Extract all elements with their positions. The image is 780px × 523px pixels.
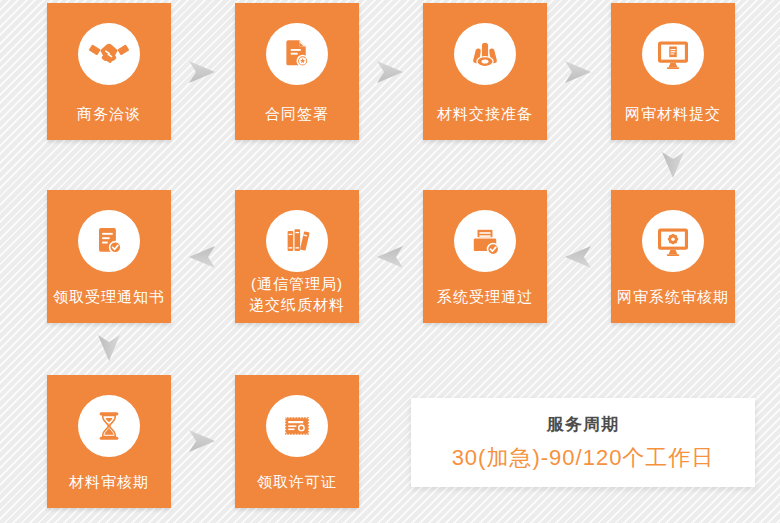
flow-step-label: 网审系统审核期	[611, 286, 735, 307]
flow-step-contract-signing: 合同签署	[235, 3, 359, 140]
service-period-box: 服务周期 30(加急)-90/120个工作日	[411, 398, 755, 487]
arrow-right-icon	[189, 430, 215, 452]
monitor-gear-icon	[653, 221, 693, 261]
flow-step-system-acceptance-passed: 系统受理通过	[423, 190, 547, 323]
certificate-icon	[277, 406, 317, 446]
flow-step-online-review-submission: 网审材料提交	[611, 3, 735, 140]
handshake-icon	[89, 34, 129, 74]
flow-step-material-handover-prep: 材料交接准备	[423, 3, 547, 140]
icon-circle	[642, 23, 704, 85]
flow-step-label: 商务洽谈	[47, 103, 171, 124]
icon-circle	[78, 23, 140, 85]
service-period-value: 30(加急)-90/120个工作日	[452, 444, 715, 471]
flow-step-receive-license: 领取许可证	[235, 375, 359, 508]
icon-circle	[266, 210, 328, 272]
contract-document-icon	[277, 34, 317, 74]
hourglass-icon	[89, 406, 129, 446]
icon-circle	[454, 23, 516, 85]
monitor-document-icon	[653, 34, 693, 74]
flow-step-online-review-period: 网审系统审核期	[611, 190, 735, 323]
process-flow-diagram: 商务洽谈 合同签署	[0, 0, 780, 523]
icon-circle	[454, 210, 516, 272]
flow-step-label: 领取受理通知书	[47, 286, 171, 307]
flow-step-material-review-period: 材料审核期	[47, 375, 171, 508]
flow-step-label: (通信管理局) 递交纸质材料	[235, 273, 359, 315]
flow-step-label: 材料审核期	[47, 471, 171, 492]
archive-check-icon	[465, 221, 505, 261]
arrow-left-icon	[565, 246, 591, 268]
flow-step-receive-acceptance-notice: 领取受理通知书	[47, 190, 171, 323]
icon-circle	[266, 395, 328, 457]
flow-step-submit-paper-materials: (通信管理局) 递交纸质材料	[235, 190, 359, 323]
document-check-icon	[89, 221, 129, 261]
icon-circle	[642, 210, 704, 272]
arrow-down-icon	[98, 335, 120, 361]
flow-step-label: 系统受理通过	[423, 286, 547, 307]
arrow-right-icon	[377, 61, 403, 83]
arrow-right-icon	[565, 61, 591, 83]
flow-step-label: 合同签署	[235, 103, 359, 124]
arrow-left-icon	[189, 246, 215, 268]
arrow-down-icon	[662, 152, 684, 178]
document-rolls-icon	[465, 34, 505, 74]
icon-circle	[266, 23, 328, 85]
arrow-right-icon	[189, 61, 215, 83]
service-period-title: 服务周期	[547, 414, 619, 436]
icon-circle	[78, 210, 140, 272]
icon-circle	[78, 395, 140, 457]
flow-step-business-negotiation: 商务洽谈	[47, 3, 171, 140]
flow-step-label: 网审材料提交	[611, 103, 735, 124]
flow-step-label: 材料交接准备	[423, 103, 547, 124]
flow-step-label: 领取许可证	[235, 471, 359, 492]
books-icon	[277, 221, 317, 261]
arrow-left-icon	[377, 246, 403, 268]
